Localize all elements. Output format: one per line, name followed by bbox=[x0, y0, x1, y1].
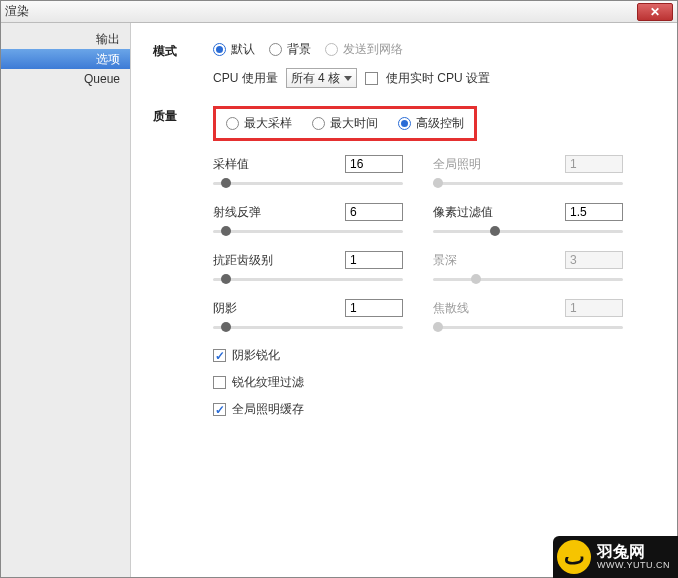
radio-label: 最大采样 bbox=[244, 115, 292, 132]
param-antialias: 抗距齿级别 bbox=[213, 251, 403, 285]
checkbox-label: 锐化纹理过滤 bbox=[232, 374, 304, 391]
quality-heading: 质量 bbox=[153, 106, 213, 418]
param-samples: 采样值 bbox=[213, 155, 403, 189]
mode-section: 模式 默认 背景 发送到网络 bbox=[153, 41, 649, 88]
param-label: 采样值 bbox=[213, 156, 249, 173]
dof-slider bbox=[433, 273, 623, 285]
close-icon: ✕ bbox=[650, 5, 660, 19]
titlebar: 渲染 ✕ bbox=[1, 1, 677, 23]
quality-params-grid: 采样值 全局照明 bbox=[213, 155, 649, 333]
gi-input bbox=[565, 155, 623, 173]
param-label: 景深 bbox=[433, 252, 457, 269]
close-button[interactable]: ✕ bbox=[637, 3, 673, 21]
cpu-usage-label: CPU 使用量 bbox=[213, 70, 278, 87]
radio-label: 发送到网络 bbox=[343, 41, 403, 58]
gi-cache-checkbox[interactable] bbox=[213, 403, 226, 416]
gi-slider bbox=[433, 177, 623, 189]
mode-radio-network: 发送到网络 bbox=[325, 41, 403, 58]
antialias-slider[interactable] bbox=[213, 273, 403, 285]
mode-radio-default[interactable]: 默认 bbox=[213, 41, 255, 58]
texture-filter-checkbox[interactable] bbox=[213, 376, 226, 389]
quality-radio-max-time[interactable]: 最大时间 bbox=[312, 115, 378, 132]
mode-body: 默认 背景 发送到网络 CPU 使用量 bbox=[213, 41, 649, 88]
select-value: 所有 4 核 bbox=[291, 70, 340, 87]
sidebar: 输出 选项 Queue bbox=[1, 23, 131, 577]
param-label: 射线反弹 bbox=[213, 204, 261, 221]
mode-radio-background[interactable]: 背景 bbox=[269, 41, 311, 58]
param-caustics: 焦散线 bbox=[433, 299, 623, 333]
sidebar-item-label: Queue bbox=[84, 72, 120, 86]
check-row-gi-cache: 全局照明缓存 bbox=[213, 401, 649, 418]
chevron-down-icon bbox=[344, 76, 352, 81]
caustics-slider bbox=[433, 321, 623, 333]
param-label: 阴影 bbox=[213, 300, 237, 317]
checkbox-label: 全局照明缓存 bbox=[232, 401, 304, 418]
window-title: 渲染 bbox=[5, 3, 637, 20]
quality-section: 质量 最大采样 最大时间 高级控制 bbox=[153, 106, 649, 418]
cpu-row: CPU 使用量 所有 4 核 使用实时 CPU 设置 bbox=[213, 68, 649, 88]
sidebar-item-options[interactable]: 选项 bbox=[1, 49, 130, 69]
watermark-text: 羽兔网 WWW.YUTU.CN bbox=[597, 543, 670, 570]
radio-label: 背景 bbox=[287, 41, 311, 58]
pixel-filter-slider[interactable] bbox=[433, 225, 623, 237]
param-bounces: 射线反弹 bbox=[213, 203, 403, 237]
antialias-input[interactable] bbox=[345, 251, 403, 269]
radio-icon bbox=[325, 43, 338, 56]
radio-icon bbox=[398, 117, 411, 130]
realtime-cpu-label: 使用实时 CPU 设置 bbox=[386, 70, 490, 87]
check-row-shadow-sharpen: 阴影锐化 bbox=[213, 347, 649, 364]
radio-icon bbox=[213, 43, 226, 56]
quality-radio-advanced[interactable]: 高级控制 bbox=[398, 115, 464, 132]
sidebar-item-output[interactable]: 输出 bbox=[1, 29, 130, 49]
radio-icon bbox=[226, 117, 239, 130]
param-dof: 景深 bbox=[433, 251, 623, 285]
pixel-filter-input[interactable] bbox=[565, 203, 623, 221]
shadows-input[interactable] bbox=[345, 299, 403, 317]
mode-heading: 模式 bbox=[153, 41, 213, 88]
sidebar-item-label: 选项 bbox=[96, 52, 120, 66]
mode-radio-row: 默认 背景 发送到网络 bbox=[213, 41, 649, 58]
quality-checks: 阴影锐化 锐化纹理过滤 全局照明缓存 bbox=[213, 347, 649, 418]
cpu-cores-select[interactable]: 所有 4 核 bbox=[286, 68, 357, 88]
realtime-cpu-checkbox[interactable] bbox=[365, 72, 378, 85]
sidebar-item-queue[interactable]: Queue bbox=[1, 69, 130, 89]
watermark: ٮ 羽兔网 WWW.YUTU.CN bbox=[553, 536, 678, 578]
watermark-logo-icon: ٮ bbox=[557, 540, 591, 574]
radio-label: 最大时间 bbox=[330, 115, 378, 132]
checkbox-label: 阴影锐化 bbox=[232, 347, 280, 364]
watermark-brand: 羽兔网 bbox=[597, 543, 670, 561]
quality-radio-max-samples[interactable]: 最大采样 bbox=[226, 115, 292, 132]
render-dialog: 渲染 ✕ 输出 选项 Queue 模式 bbox=[0, 0, 678, 578]
param-gi: 全局照明 bbox=[433, 155, 623, 189]
content-panel: 模式 默认 背景 发送到网络 bbox=[131, 23, 677, 577]
shadow-sharpen-checkbox[interactable] bbox=[213, 349, 226, 362]
shadows-slider[interactable] bbox=[213, 321, 403, 333]
radio-icon bbox=[312, 117, 325, 130]
param-shadows: 阴影 bbox=[213, 299, 403, 333]
param-pixel-filter: 像素过滤值 bbox=[433, 203, 623, 237]
quality-body: 最大采样 最大时间 高级控制 bbox=[213, 106, 649, 418]
watermark-url: WWW.YUTU.CN bbox=[597, 561, 670, 571]
dof-input bbox=[565, 251, 623, 269]
check-row-texture-filter: 锐化纹理过滤 bbox=[213, 374, 649, 391]
radio-label: 默认 bbox=[231, 41, 255, 58]
param-label: 全局照明 bbox=[433, 156, 481, 173]
samples-slider[interactable] bbox=[213, 177, 403, 189]
quality-radio-highlight: 最大采样 最大时间 高级控制 bbox=[213, 106, 477, 141]
caustics-input bbox=[565, 299, 623, 317]
bounces-input[interactable] bbox=[345, 203, 403, 221]
samples-input[interactable] bbox=[345, 155, 403, 173]
radio-icon bbox=[269, 43, 282, 56]
param-label: 抗距齿级别 bbox=[213, 252, 273, 269]
param-label: 焦散线 bbox=[433, 300, 469, 317]
param-label: 像素过滤值 bbox=[433, 204, 493, 221]
sidebar-item-label: 输出 bbox=[96, 32, 120, 46]
radio-label: 高级控制 bbox=[416, 115, 464, 132]
dialog-body: 输出 选项 Queue 模式 默认 bbox=[1, 23, 677, 577]
bounces-slider[interactable] bbox=[213, 225, 403, 237]
